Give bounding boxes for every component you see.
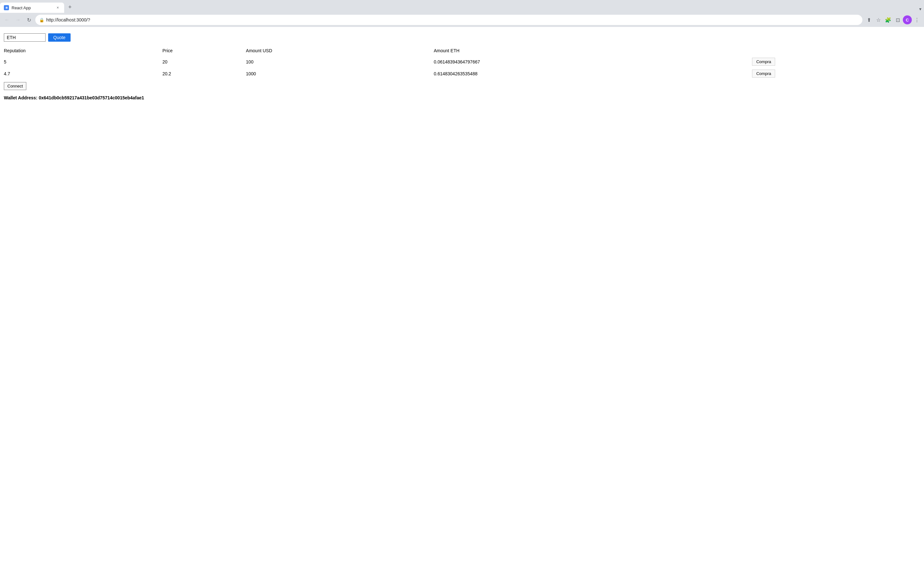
browser-actions: ⬆ ☆ 🧩 ⊡ C ⋮ — [864, 15, 921, 24]
wallet-address: Wallet Address: 0x641db0cb59217a431be03d… — [4, 95, 920, 100]
reload-button[interactable]: ↻ — [24, 15, 33, 24]
cell-price: 20.2 — [162, 68, 246, 79]
active-tab[interactable]: ⚛ React App × — [0, 3, 64, 13]
address-bar: ← → ↻ 🔒 http://localhost:3000/? ⬆ ☆ 🧩 ⊡ … — [0, 13, 924, 27]
col-header-action — [752, 47, 920, 56]
sidebar-button[interactable]: ⊡ — [893, 15, 902, 24]
table-row: 5 20 100 0.06148394364797667 Compra — [4, 56, 920, 68]
app-container: Quote Reputation Price Amount USD Amount… — [0, 31, 924, 103]
cell-action: Compra — [752, 56, 920, 68]
browser-chrome: ⚛ React App × + ▾ ← → ↻ 🔒 http://localho… — [0, 0, 924, 27]
cell-reputation: 5 — [4, 56, 162, 68]
bookmark-button[interactable]: ☆ — [874, 15, 883, 24]
token-input[interactable] — [4, 33, 45, 42]
address-input-wrap[interactable]: 🔒 http://localhost:3000/? — [35, 15, 863, 25]
table-row: 4.7 20.2 1000 0.6148304263535488 Compra — [4, 68, 920, 79]
tab-title: React App — [11, 5, 53, 10]
cell-action: Compra — [752, 68, 920, 79]
cell-reputation: 4.7 — [4, 68, 162, 79]
new-tab-button[interactable]: + — [65, 3, 74, 11]
tab-bar: ⚛ React App × + ▾ — [0, 0, 924, 13]
col-header-price: Price — [162, 47, 246, 56]
cell-amount-eth: 0.6148304263535488 — [434, 68, 752, 79]
tab-favicon: ⚛ — [4, 5, 9, 10]
cell-amount-usd: 100 — [246, 56, 434, 68]
search-row: Quote — [4, 33, 920, 42]
lock-icon: 🔒 — [39, 18, 44, 23]
profile-button[interactable]: C — [903, 15, 912, 24]
compra-button-1[interactable]: Compra — [752, 69, 775, 77]
col-header-reputation: Reputation — [4, 47, 162, 56]
table-header-row: Reputation Price Amount USD Amount ETH — [4, 47, 920, 56]
data-table: Reputation Price Amount USD Amount ETH 5… — [4, 47, 920, 79]
back-button[interactable]: ← — [3, 15, 11, 24]
tab-close-button[interactable]: × — [55, 5, 60, 10]
share-button[interactable]: ⬆ — [864, 15, 873, 24]
cell-amount-usd: 1000 — [246, 68, 434, 79]
cell-price: 20 — [162, 56, 246, 68]
compra-button-0[interactable]: Compra — [752, 58, 775, 66]
extensions-button[interactable]: 🧩 — [884, 15, 893, 24]
tab-dropdown-button[interactable]: ▾ — [919, 6, 921, 11]
menu-button[interactable]: ⋮ — [913, 15, 921, 24]
col-header-amount-eth: Amount ETH — [434, 47, 752, 56]
page-content: Quote Reputation Price Amount USD Amount… — [0, 27, 924, 577]
cell-amount-eth: 0.06148394364797667 — [434, 56, 752, 68]
col-header-amount-usd: Amount USD — [246, 47, 434, 56]
address-text: http://localhost:3000/? — [46, 17, 859, 23]
quote-button[interactable]: Quote — [48, 33, 71, 42]
forward-button[interactable]: → — [13, 15, 23, 24]
connect-button[interactable]: Connect — [4, 82, 26, 90]
